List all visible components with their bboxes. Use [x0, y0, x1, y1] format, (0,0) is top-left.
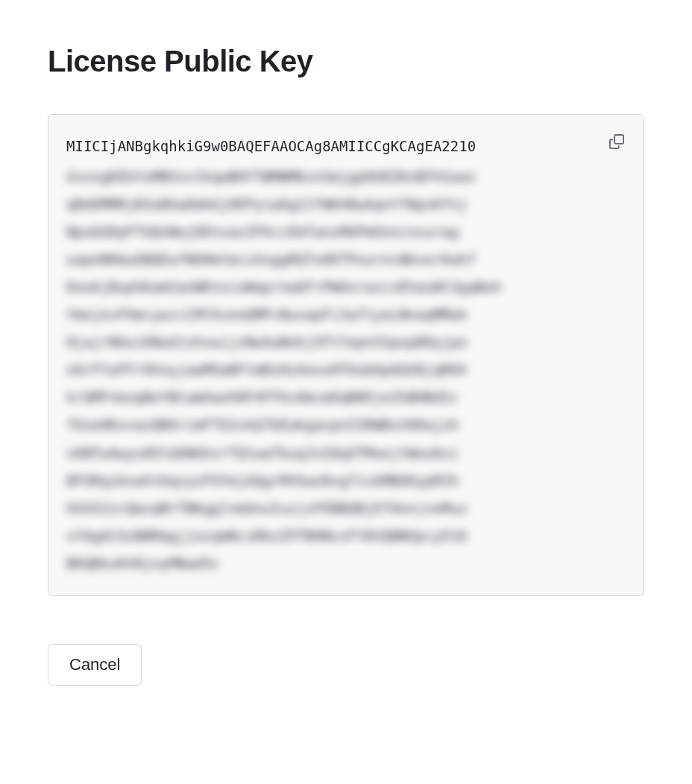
copy-button[interactable]	[606, 131, 627, 152]
public-key-box: MIICIjANBgkqhkiG9w0BAQEFAAOCAg8AMIICCgKC…	[48, 114, 644, 596]
public-key-first-line: MIICIjANBgkqhkiG9w0BAQEFAAOCAg8AMIICCgKC…	[66, 133, 626, 160]
copy-icon	[609, 134, 624, 149]
page-title: License Public Key	[48, 45, 644, 78]
cancel-button[interactable]: Cancel	[48, 644, 142, 686]
actions-row: Cancel	[48, 644, 644, 686]
public-key-blurred-text: XxxxgKEbYoMBXxv1kqwBHYTWMWMKxnSmjgpHU8ZK…	[66, 163, 626, 578]
